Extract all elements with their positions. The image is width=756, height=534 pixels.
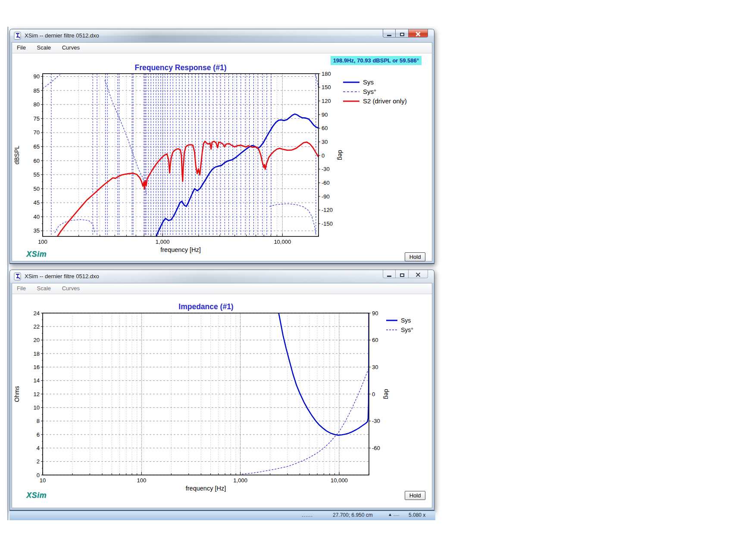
svg-text:10: 10: [40, 477, 46, 484]
svg-text:65: 65: [34, 143, 40, 150]
xsim-app-icon: [14, 273, 22, 280]
menu-item-scale[interactable]: Scale: [32, 283, 56, 294]
window-title: XSim -- dernier filtre 0512.dxo: [25, 32, 99, 39]
menu-item-curves[interactable]: Curves: [57, 283, 84, 294]
svg-text:45: 45: [34, 199, 40, 206]
svg-text:10: 10: [34, 404, 40, 411]
chart-title: Frequency Response (#1): [135, 63, 227, 72]
minimize-icon: [387, 35, 391, 36]
menu-item-scale[interactable]: Scale: [32, 43, 56, 53]
maximize-button[interactable]: [396, 29, 408, 37]
svg-text:70: 70: [34, 129, 40, 136]
frequency-response-plot[interactable]: 354045505560657075808590-150-120-90-60-3…: [12, 54, 433, 262]
svg-text:18: 18: [34, 351, 40, 357]
svg-text:120: 120: [322, 98, 331, 104]
x-axis-label: frequency [Hz]: [186, 485, 226, 492]
y2-axis-label: deg: [383, 389, 390, 399]
svg-text:22: 22: [34, 323, 40, 330]
svg-text:-90: -90: [322, 193, 330, 200]
xsim-app-icon: [14, 32, 22, 40]
maximize-button[interactable]: [396, 270, 408, 278]
menu-item-file[interactable]: File: [12, 43, 31, 53]
status-marker: ▲ .....: [388, 512, 400, 517]
legend-label: Sys: [401, 317, 411, 324]
svg-text:8: 8: [37, 418, 40, 424]
window-title: XSim -- dernier filtre 0512.dxo: [25, 273, 99, 279]
desktop-background: XSim -- dernier filtre 0512.dxo File Sca…: [0, 0, 756, 534]
title-bar[interactable]: XSim -- dernier filtre 0512.dxo: [10, 29, 434, 42]
maximize-icon: [400, 273, 404, 277]
close-icon: [416, 272, 421, 277]
impedance-plot[interactable]: 024681012141618202224-60-300306090101001…: [12, 295, 433, 509]
minimize-button[interactable]: [383, 270, 396, 278]
maximize-icon: [400, 33, 404, 36]
svg-text:1,000: 1,000: [233, 477, 247, 484]
menu-bar: File Scale Curves: [12, 283, 432, 294]
svg-text:150: 150: [322, 84, 331, 90]
sys-spl-curve: [154, 114, 319, 241]
svg-text:10,000: 10,000: [274, 239, 291, 245]
axis-ticks-and-labels: 024681012141618202224-60-300306090101001…: [13, 302, 390, 492]
svg-text:35: 35: [34, 227, 40, 234]
close-button[interactable]: [408, 29, 428, 37]
svg-text:10,000: 10,000: [331, 477, 348, 484]
background-window-edge: [7, 27, 9, 520]
svg-text:-30: -30: [372, 418, 380, 424]
svg-text:55: 55: [34, 171, 40, 178]
svg-text:60: 60: [372, 337, 378, 343]
svg-text:-60: -60: [322, 180, 330, 186]
svg-text:-30: -30: [322, 166, 330, 172]
s2-spl-curve: [55, 141, 319, 241]
y-axis-label: Ohms: [13, 386, 20, 402]
minimize-button[interactable]: [383, 29, 396, 37]
hold-button[interactable]: Hold: [405, 491, 425, 500]
svg-text:100: 100: [137, 477, 146, 484]
svg-text:80: 80: [34, 101, 40, 108]
legend: SysSys°: [386, 317, 413, 333]
svg-text:90: 90: [322, 112, 328, 118]
legend-label: Sys°: [401, 326, 413, 333]
close-icon: [416, 31, 421, 36]
window-impedance: XSim -- dernier filtre 0512.dxo File Sca…: [9, 270, 434, 511]
window-controls: [383, 270, 428, 278]
svg-text:12: 12: [34, 391, 40, 397]
cursor-readout-badge: 198.9Hz, 70.93 dBSPL or 59.586°: [331, 56, 422, 65]
status-scale: 5.080 x: [409, 512, 425, 518]
menu-item-file[interactable]: File: [12, 283, 31, 294]
svg-text:75: 75: [34, 115, 40, 122]
svg-text:14: 14: [34, 377, 40, 384]
status-dots: ......: [302, 512, 313, 518]
grid-lines: [43, 74, 319, 236]
svg-text:30: 30: [322, 139, 328, 145]
svg-text:1,000: 1,000: [156, 239, 170, 245]
window-frequency-response: XSim -- dernier filtre 0512.dxo File Sca…: [9, 29, 434, 264]
hold-button[interactable]: Hold: [405, 252, 425, 261]
svg-text:90: 90: [372, 310, 378, 317]
y2-axis-label: deg: [337, 150, 344, 160]
y-axis-label: dBSPL: [13, 146, 20, 165]
x-axis-label: frequency [Hz]: [160, 246, 201, 253]
menu-item-curves[interactable]: Curves: [57, 43, 84, 53]
svg-text:60: 60: [322, 125, 328, 131]
close-button[interactable]: [408, 270, 428, 278]
xsim-logo: XSim: [26, 250, 47, 259]
legend: SysSys°S2 (driver only): [343, 78, 407, 105]
svg-text:30: 30: [372, 364, 378, 370]
svg-text:60: 60: [34, 158, 40, 164]
svg-text:90: 90: [34, 73, 40, 80]
svg-text:16: 16: [34, 364, 40, 370]
svg-text:6: 6: [37, 432, 40, 438]
title-bar[interactable]: XSim -- dernier filtre 0512.dxo: [10, 270, 434, 283]
frequency-response-chart-area: 354045505560657075808590-150-120-90-60-3…: [12, 54, 432, 261]
svg-text:-150: -150: [322, 220, 333, 227]
background-status-bar: ...... 27.700; 6.950 cm ▲ ..... 5.080 x: [9, 511, 435, 520]
legend-label: Sys°: [363, 88, 376, 95]
status-measurement: 27.700; 6.950 cm: [333, 512, 373, 518]
svg-text:-60: -60: [372, 445, 380, 451]
svg-text:2: 2: [37, 458, 40, 465]
svg-text:24: 24: [34, 310, 40, 317]
svg-text:20: 20: [34, 337, 40, 343]
svg-text:4: 4: [37, 445, 40, 451]
window-client-area: File Scale Curves 3540455055606570758085…: [12, 42, 432, 261]
xsim-logo: XSim: [26, 491, 47, 500]
